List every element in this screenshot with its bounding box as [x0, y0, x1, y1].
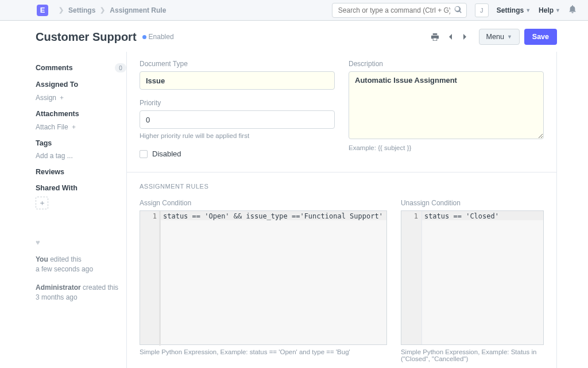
status-label: Enabled	[149, 33, 174, 41]
timeline-verb: created this	[83, 283, 118, 292]
print-icon	[431, 33, 439, 41]
nav-help-menu[interactable]: Help ▼	[539, 6, 560, 14]
nav-settings-label: Settings	[497, 6, 524, 14]
assign-action[interactable]: Assign ＋	[36, 93, 126, 102]
menu-button[interactable]: Menu ▼	[479, 29, 520, 45]
assign-condition-editor[interactable]: 1 status == 'Open' && issue_type =='Func…	[140, 210, 387, 345]
caret-down-icon: ▼	[525, 7, 531, 13]
chevron-right-icon: ❯	[59, 6, 64, 14]
search-input[interactable]	[332, 3, 467, 18]
timeline-when: 3 months ago	[36, 293, 78, 301]
prev-button[interactable]	[444, 31, 456, 43]
document-type-label: Document Type	[140, 60, 335, 68]
description-textarea[interactable]: Automatic Issue Assignment	[349, 71, 544, 139]
page-header: Customer Support Enabled Menu ▼ Save	[0, 21, 588, 52]
breadcrumb-item-settings[interactable]: Settings	[68, 6, 95, 14]
chevron-right-icon	[462, 33, 468, 40]
section-heading: ASSIGNMENT RULES	[140, 183, 544, 190]
comments-heading[interactable]: Comments	[36, 64, 73, 72]
page-body: Comments 0 Assigned To Assign ＋ Attachme…	[0, 52, 588, 368]
main-form: Document Type Priority Higher priority r…	[126, 52, 557, 368]
global-search	[332, 3, 467, 18]
unassign-condition-label: Unassign Condition	[401, 199, 544, 207]
plus-icon: ＋	[59, 93, 65, 102]
timeline-actor: You	[36, 255, 48, 263]
assigned-to-heading: Assigned To	[36, 80, 126, 89]
breadcrumb: ❯ Settings ❯ Assignment Rule	[54, 6, 166, 14]
caret-down-icon: ▼	[555, 7, 560, 13]
add-shared-with-button[interactable]: ＋	[36, 197, 48, 209]
priority-input[interactable]	[140, 110, 335, 129]
shared-with-heading: Shared With	[36, 184, 126, 192]
header-section: Document Type Priority Higher priority r…	[127, 52, 556, 172]
form-sidebar: Comments 0 Assigned To Assign ＋ Attachme…	[36, 52, 126, 368]
tags-heading: Tags	[36, 139, 126, 147]
notifications-button[interactable]	[568, 5, 577, 15]
app-logo[interactable]: E	[37, 5, 48, 16]
editor-gutter: 1	[140, 211, 161, 344]
nav-help-label: Help	[539, 6, 554, 14]
plus-icon: ＋	[38, 198, 46, 208]
menu-button-label: Menu	[486, 33, 504, 41]
caret-down-icon: ▼	[507, 34, 512, 40]
document-type-input[interactable]	[140, 71, 335, 90]
breadcrumb-item-assignment-rule[interactable]: Assignment Rule	[110, 6, 166, 14]
chevron-left-icon	[447, 33, 453, 40]
timeline-verb: edited this	[50, 255, 82, 263]
next-button[interactable]	[459, 31, 471, 43]
print-button[interactable]	[430, 31, 441, 43]
attach-file-action-label: Attach File	[36, 123, 68, 131]
add-tag-action[interactable]: Add a tag ...	[36, 152, 126, 160]
assign-action-label: Assign	[36, 94, 56, 102]
assign-condition-label: Assign Condition	[140, 199, 387, 207]
description-help: Example: {{ subject }}	[349, 144, 544, 151]
priority-label: Priority	[140, 99, 335, 107]
disabled-checkbox-row[interactable]: Disabled	[140, 150, 335, 158]
editor-gutter: 1	[401, 211, 422, 344]
priority-help: Higher priority rule will be applied fir…	[140, 132, 335, 139]
reviews-heading: Reviews	[36, 168, 126, 176]
bell-icon	[568, 5, 577, 13]
assignment-rules-section: ASSIGNMENT RULES Assign Condition 1 stat…	[127, 172, 556, 368]
save-button[interactable]: Save	[524, 29, 557, 45]
user-avatar[interactable]: J	[475, 3, 489, 17]
assign-condition-help: Simple Python Expression, Example: statu…	[140, 348, 387, 355]
timeline-when: a few seconds ago	[36, 265, 93, 273]
editor-content[interactable]: status == 'Open' && issue_type =='Functi…	[161, 211, 386, 344]
nav-settings-menu[interactable]: Settings ▼	[497, 6, 531, 14]
page-title: Customer Support	[36, 30, 137, 44]
plus-icon: ＋	[71, 122, 77, 131]
attach-file-action[interactable]: Attach File ＋	[36, 122, 126, 131]
top-navbar: E ❯ Settings ❯ Assignment Rule J Setting…	[0, 0, 588, 21]
disabled-checkbox[interactable]	[140, 150, 148, 158]
disabled-checkbox-label: Disabled	[152, 150, 181, 158]
unassign-condition-help: Simple Python Expression, Example: Statu…	[401, 348, 544, 362]
timeline-actor: Administrator	[36, 283, 81, 292]
heart-icon: ♥	[36, 238, 40, 247]
timeline-entry: Administrator created this 3 months ago	[36, 283, 126, 303]
unassign-condition-editor[interactable]: 1 status == 'Closed'	[401, 210, 544, 345]
search-icon	[454, 6, 462, 14]
editor-content[interactable]: status == 'Closed'	[422, 211, 543, 344]
chevron-right-icon: ❯	[100, 6, 105, 14]
like-button[interactable]: ♥	[36, 238, 126, 247]
attachments-heading: Attachments	[36, 110, 126, 118]
timeline-entry: You edited this a few seconds ago	[36, 255, 126, 275]
description-label: Description	[349, 60, 544, 68]
comments-count-badge: 0	[115, 63, 126, 72]
status-indicator-icon	[142, 35, 146, 39]
